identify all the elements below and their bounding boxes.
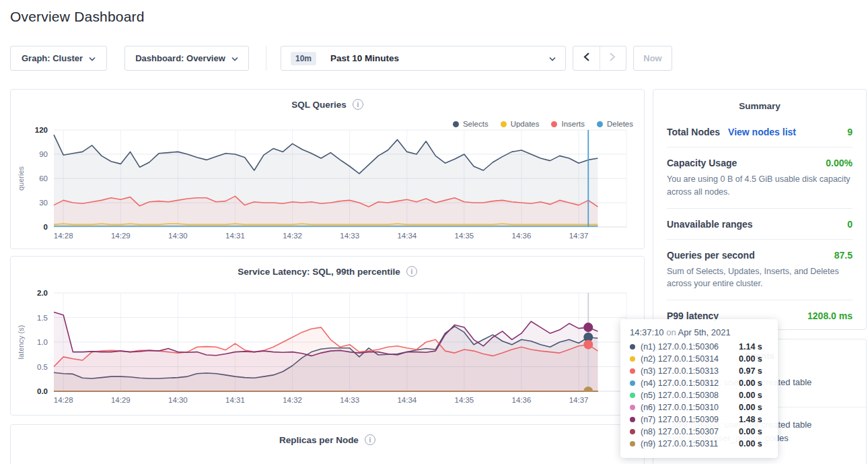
tooltip-node-value: 1.14 s: [739, 342, 762, 352]
info-icon[interactable]: i: [353, 99, 363, 110]
svg-text:14:35: 14:35: [454, 396, 474, 404]
svg-text:0.5: 0.5: [37, 363, 48, 371]
chevron-down-icon: [549, 53, 556, 63]
svg-text:14:28: 14:28: [54, 232, 73, 240]
summary-card: Queries per second87.5Sum of Selects, Up…: [667, 239, 853, 300]
svg-text:14:35: 14:35: [454, 232, 474, 240]
summary-card: Unavailable ranges0: [667, 208, 853, 239]
svg-text:14:36: 14:36: [512, 396, 532, 404]
tooltip-node-value: 0.00 s: [739, 439, 762, 449]
tooltip-row: (n3) 127.0.0.1:503130.97 s: [630, 365, 768, 377]
svg-text:1.5: 1.5: [37, 314, 48, 322]
summary-card-description: You are using 0 B of 4.5 GiB usable disk…: [667, 173, 853, 199]
svg-text:latency (s): latency (s): [17, 325, 25, 360]
node-color-dot: [630, 417, 635, 422]
time-step-buttons: [573, 46, 626, 71]
tooltip-row: (n9) 127.0.0.1:503110.00 s: [630, 438, 768, 450]
chevron-left-icon: [583, 52, 590, 65]
node-color-dot: [630, 368, 635, 374]
node-color-dot: [630, 380, 635, 386]
replicas-per-node-title: Replicas per Node: [279, 435, 359, 445]
page-title: Overview Dashboard: [10, 9, 145, 25]
summary-card-value: 0.00%: [826, 158, 853, 168]
chart-tooltip: 14:37:10 on Apr 5th, 2021 (n1) 127.0.0.1…: [620, 319, 778, 458]
svg-text:0.0: 0.0: [37, 387, 48, 395]
tooltip-row: (n5) 127.0.0.1:503080.00 s: [630, 389, 768, 401]
time-range-selector[interactable]: 10m Past 10 Minutes: [281, 46, 566, 71]
svg-text:14:37: 14:37: [569, 396, 589, 404]
node-color-dot: [630, 344, 635, 350]
tooltip-node-label: (n6) 127.0.0.1:50310: [641, 403, 739, 412]
tooltip-node-label: (n9) 127.0.0.1:50311: [641, 439, 739, 449]
node-color-dot: [630, 356, 635, 362]
tooltip-node-value: 0.00 s: [739, 354, 762, 364]
summary-card-value: 1208.0 ms: [807, 310, 853, 321]
tooltip-node-label: (n5) 127.0.0.1:50308: [641, 391, 739, 400]
summary-card-value: 0: [847, 219, 853, 230]
svg-text:1.0: 1.0: [37, 338, 48, 346]
tooltip-node-value: 0.00 s: [739, 403, 762, 412]
tooltip-row: (n2) 127.0.0.1:503140.00 s: [630, 353, 768, 365]
tooltip-node-label: (n3) 127.0.0.1:50313: [641, 366, 739, 376]
tooltip-row: (n6) 127.0.0.1:503100.00 s: [630, 401, 768, 413]
svg-text:0: 0: [44, 223, 48, 231]
sql-queries-chart[interactable]: 14:2814:2914:3014:3114:3214:3314:3414:35…: [15, 125, 637, 244]
toolbar: Graph: Cluster Dashboard: Overview 10m P…: [10, 46, 858, 71]
toolbar-divider: [266, 46, 266, 71]
graph-selector-dropdown[interactable]: Graph: Cluster: [10, 46, 107, 71]
tooltip-row: (n8) 127.0.0.1:503070.00 s: [630, 426, 768, 438]
svg-text:14:34: 14:34: [397, 232, 417, 240]
summary-title: Summary: [653, 90, 866, 111]
summary-card-label: Unavailable ranges: [667, 219, 753, 230]
node-color-dot: [630, 405, 635, 410]
tooltip-node-value: 0.00 s: [739, 427, 762, 436]
summary-card-value: 9: [847, 127, 853, 137]
svg-text:14:33: 14:33: [340, 232, 359, 240]
tooltip-node-value: 0.97 s: [739, 366, 762, 376]
summary-panel: Summary Total NodesView nodes list9Capac…: [653, 89, 867, 330]
node-color-dot: [630, 393, 635, 398]
service-latency-panel: Service Latency: SQL, 99th percentile i …: [10, 256, 645, 416]
next-time-button[interactable]: [600, 46, 626, 70]
info-icon[interactable]: i: [365, 434, 375, 445]
tooltip-node-label: (n1) 127.0.0.1:50306: [641, 342, 739, 352]
tooltip-node-label: (n4) 127.0.0.1:50312: [641, 378, 739, 388]
service-latency-chart[interactable]: 14:2814:2914:3014:3114:3214:3314:3414:35…: [15, 288, 637, 409]
chevron-down-icon: [231, 53, 238, 63]
svg-text:120: 120: [35, 126, 48, 134]
tooltip-node-label: (n7) 127.0.0.1:50309: [641, 415, 739, 424]
sql-queries-title: SQL Queries: [291, 100, 347, 110]
tooltip-row: (n1) 127.0.0.1:503061.14 s: [630, 341, 768, 353]
tooltip-node-value: 0.00 s: [739, 391, 762, 400]
svg-text:14:28: 14:28: [54, 396, 73, 404]
svg-text:queries: queries: [17, 166, 25, 191]
dashboard-selector-dropdown[interactable]: Dashboard: Overview: [124, 46, 249, 71]
summary-card: Total NodesView nodes list9: [667, 117, 853, 147]
view-nodes-link[interactable]: View nodes list: [728, 127, 796, 137]
dashboard-selector-label: Dashboard: Overview: [135, 53, 225, 63]
svg-text:60: 60: [39, 174, 48, 183]
summary-card-label: Queries per second: [667, 250, 755, 261]
prev-time-button[interactable]: [573, 46, 600, 70]
graph-selector-label: Graph: Cluster: [22, 53, 83, 63]
tooltip-row: (n4) 127.0.0.1:503120.00 s: [630, 377, 768, 389]
svg-text:14:33: 14:33: [340, 396, 359, 404]
svg-text:14:34: 14:34: [397, 396, 417, 404]
svg-text:90: 90: [39, 150, 48, 158]
summary-card-description: Sum of Selects, Updates, Inserts, and De…: [667, 265, 853, 291]
summary-cards: Total NodesView nodes list9Capacity Usag…: [653, 111, 866, 331]
time-range-label: Past 10 Minutes: [330, 53, 399, 63]
node-color-dot: [630, 429, 635, 434]
summary-card-label: Total Nodes: [667, 127, 720, 137]
svg-text:14:29: 14:29: [111, 232, 131, 240]
tooltip-node-label: (n2) 127.0.0.1:50314: [641, 354, 739, 364]
service-latency-title: Service Latency: SQL, 99th percentile: [238, 267, 400, 277]
info-icon[interactable]: i: [406, 266, 417, 277]
sql-queries-panel: SQL Queries i SelectsUpdatesInsertsDelet…: [10, 89, 645, 249]
now-button[interactable]: Now: [633, 46, 672, 71]
chevron-down-icon: [89, 53, 96, 63]
svg-text:30: 30: [39, 199, 48, 207]
tooltip-timestamp: 14:37:10 on Apr 5th, 2021: [630, 327, 768, 337]
summary-card-label: Capacity Usage: [667, 158, 737, 168]
svg-text:14:30: 14:30: [168, 396, 188, 404]
